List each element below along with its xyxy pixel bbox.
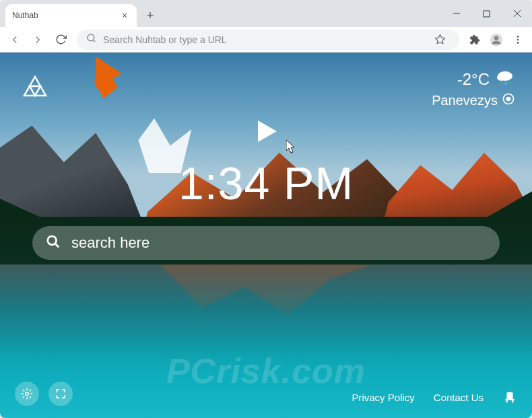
contact-us-link[interactable]: Contact Us <box>434 392 484 403</box>
search-icon <box>46 234 61 252</box>
forward-button[interactable] <box>27 29 48 50</box>
new-tab-button[interactable]: + <box>141 6 160 25</box>
svg-marker-19 <box>258 120 277 142</box>
svg-marker-6 <box>435 34 444 43</box>
weather-widget[interactable]: -2°C Panevezys <box>432 69 515 109</box>
tab-title: Nuthab <box>12 11 119 20</box>
extensions-icon[interactable] <box>465 30 485 50</box>
window-controls <box>441 0 532 27</box>
svg-point-20 <box>48 236 57 245</box>
svg-point-22 <box>26 392 29 396</box>
play-icon[interactable] <box>251 116 281 149</box>
address-bar[interactable]: Search Nuhtab or type a URL <box>77 30 459 50</box>
close-tab-icon[interactable]: × <box>119 10 130 21</box>
menu-icon[interactable] <box>508 30 528 50</box>
svg-line-5 <box>93 40 95 42</box>
reload-button[interactable] <box>50 29 71 50</box>
svg-point-18 <box>507 98 510 101</box>
fullscreen-button[interactable] <box>48 382 73 406</box>
clock-time: 1:34 PM <box>0 157 532 209</box>
app-logo-icon[interactable] <box>20 73 50 102</box>
minimize-button[interactable] <box>441 0 471 27</box>
close-window-button[interactable] <box>502 0 532 27</box>
weather-location: Panevezys <box>432 92 515 109</box>
weather-cloud-icon <box>495 69 515 90</box>
back-button[interactable] <box>4 29 26 50</box>
svg-point-8 <box>494 36 499 40</box>
search-icon <box>86 33 96 46</box>
profile-icon[interactable] <box>486 30 506 50</box>
chair-icon[interactable] <box>502 389 517 406</box>
search-placeholder: search here <box>71 234 149 252</box>
svg-rect-1 <box>484 11 490 17</box>
temperature-value: -2°C <box>457 70 490 89</box>
maximize-button[interactable] <box>471 0 502 27</box>
svg-point-10 <box>517 38 519 40</box>
svg-point-14 <box>500 81 503 84</box>
settings-button[interactable] <box>15 382 39 406</box>
svg-point-13 <box>497 74 505 81</box>
svg-line-21 <box>55 244 59 248</box>
titlebar: Nuthab × + <box>0 0 532 27</box>
privacy-policy-link[interactable]: Privacy Policy <box>352 392 414 403</box>
svg-point-16 <box>508 81 511 83</box>
svg-point-15 <box>504 82 507 85</box>
svg-point-11 <box>517 42 519 44</box>
svg-point-4 <box>88 34 94 41</box>
weather-temperature: -2°C <box>432 69 515 90</box>
bookmark-star-icon[interactable] <box>430 30 450 50</box>
browser-window: Nuthab × + Search Nuhtab or type a URL <box>0 0 532 418</box>
address-bar-placeholder: Search Nuhtab or type a URL <box>103 34 430 45</box>
location-name: Panevezys <box>432 93 498 108</box>
search-bar[interactable]: search here <box>32 226 500 260</box>
browser-tab[interactable]: Nuthab × <box>5 4 137 27</box>
page-content: -2°C Panevezys 1:34 PM search here Priva… <box>0 53 532 418</box>
footer-links: Privacy Policy Contact Us <box>352 389 517 406</box>
bottom-left-controls <box>15 382 73 406</box>
location-pin-icon <box>502 92 515 109</box>
svg-point-9 <box>517 36 519 38</box>
toolbar: Search Nuhtab or type a URL <box>0 27 532 53</box>
